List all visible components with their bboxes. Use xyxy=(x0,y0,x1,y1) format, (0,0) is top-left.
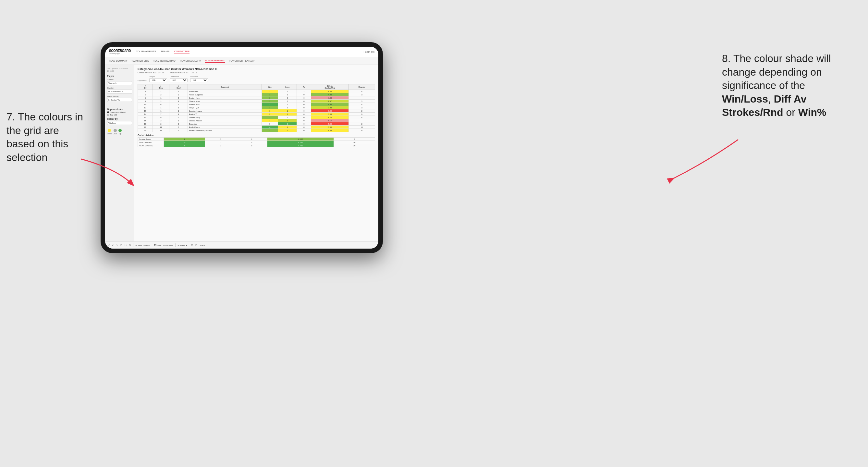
cell-win: 1 xyxy=(262,96,278,100)
table-row: 9 1 4 Sharon Mun 1 0 0 3.67 3 xyxy=(138,100,375,103)
cell-conf: 1 xyxy=(169,90,188,93)
cell-conf: 3 xyxy=(169,103,188,106)
subnav-team-summary[interactable]: TEAM SUMMARY xyxy=(109,59,127,63)
cell-loss: 3 xyxy=(278,122,297,126)
cell-reg: 1 xyxy=(153,96,169,100)
cell-div: 10 xyxy=(138,103,153,106)
cell-loss: 0 xyxy=(278,93,297,96)
cell-conf: 4 xyxy=(169,113,188,116)
cell-opponent: Esther Lee xyxy=(188,90,262,93)
opponents-played-option[interactable]: Opponents Played xyxy=(107,111,132,113)
undo-icon[interactable]: ↩ xyxy=(108,244,110,247)
top-100-option[interactable]: Top 100 xyxy=(107,114,132,116)
share-button[interactable]: Share xyxy=(199,244,205,246)
subnav-player-summary[interactable]: PLAYER SUMMARY xyxy=(180,59,201,63)
division-record: Division Record: 331 - 34 - 6 xyxy=(170,71,197,74)
cell-loss: 0 xyxy=(278,96,297,100)
region-label: Region xyxy=(149,75,167,77)
cell-opponent: Sydney Kuo xyxy=(188,96,262,100)
cell-rounds: 3 xyxy=(349,100,375,103)
subnav-player-h2h-heatmap[interactable]: PLAYER H2H HEATMAP xyxy=(229,59,254,63)
main-content: Last Updated: 27/03/2024 16:55:38 Player… xyxy=(105,65,378,242)
colour-by-dropdown[interactable]: Win/loss xyxy=(107,121,132,125)
cell-rounds: 11 xyxy=(349,126,375,129)
cell-conf: 3 xyxy=(169,96,188,100)
annotation-left: 7. The colours in the grid are based on … xyxy=(6,110,84,164)
sign-out-link[interactable]: | Sign out xyxy=(364,50,374,53)
out-label: NAIA Division 1 xyxy=(138,141,164,144)
cell-tie: 0 xyxy=(297,116,311,119)
out-table-row: Foreign Team 1 0 0 4.500 2 xyxy=(138,137,375,141)
clock-icon[interactable]: ⊙ xyxy=(129,244,131,247)
view-original-button[interactable]: 👁 View: Original xyxy=(135,244,150,246)
out-diff: 7.400 xyxy=(268,144,334,147)
col-opponent: Opponent xyxy=(188,84,262,90)
cell-loss: 0 xyxy=(278,90,297,93)
cell-reg: 1 xyxy=(153,100,169,103)
out-diff: 9.267 xyxy=(268,141,334,144)
top-100-radio[interactable] xyxy=(107,114,109,116)
table-row: 5 2 2 Alexis Sudjianto 1 0 0 4.00 3 xyxy=(138,93,375,96)
cell-loss: 0 xyxy=(278,103,297,106)
collapse-icon[interactable]: ⊟ xyxy=(195,244,197,247)
cell-rounds: 2 xyxy=(349,122,375,126)
subnav-team-h2h-grid[interactable]: TEAM H2H GRID xyxy=(131,59,149,63)
nav-items: TOURNAMENTS TEAMS COMMITTEE xyxy=(136,49,364,54)
cell-reg: 2 xyxy=(153,122,169,126)
cell-conf: 1 xyxy=(169,106,188,110)
cell-diff: 1.25 xyxy=(311,116,349,119)
watch-button[interactable]: 👁 Watch ▾ xyxy=(178,244,187,246)
cell-rounds: 4 xyxy=(349,90,375,93)
table-row: 14 7 4 Eunice Yi 2 2 0 0.38 9 xyxy=(138,113,375,116)
back-icon[interactable]: ↪ xyxy=(116,244,118,247)
out-win: 1 xyxy=(164,137,205,141)
opponent-filter: Opponent (All) xyxy=(190,75,208,82)
table-row: 6 1 3 Sydney Kuo 1 0 0 -1.00 xyxy=(138,96,375,100)
opponent-select[interactable]: (All) xyxy=(190,78,208,82)
col-loss: Loss xyxy=(278,84,297,90)
cell-diff: -1.00 xyxy=(311,96,349,100)
legend-level-dot xyxy=(114,129,117,132)
out-of-division-label: Out of division xyxy=(137,134,375,136)
conference-select[interactable]: (All) xyxy=(170,78,188,82)
cell-reg: 11 xyxy=(153,126,169,129)
nav-teams[interactable]: TEAMS xyxy=(161,49,170,54)
cut-icon[interactable]: ✂ xyxy=(125,244,127,247)
cell-win: 1 xyxy=(262,110,278,113)
grid-icon[interactable]: ⊡ xyxy=(120,244,123,247)
table-row: 10 6 3 Andrea York 2 0 0 4.00 4 xyxy=(138,103,375,106)
player-section-title: Player xyxy=(107,75,132,77)
toolbar-divider-2 xyxy=(152,243,152,247)
cell-win: 1 xyxy=(262,119,278,122)
nav-committee[interactable]: COMMITTEE xyxy=(174,49,189,54)
division-dropdown[interactable]: NCAA Division III xyxy=(107,90,132,93)
subnav-team-h2h-heatmap[interactable]: TEAM H2H HEATMAP xyxy=(153,59,176,63)
out-label: Foreign Team xyxy=(138,137,164,141)
gender-dropdown[interactable]: Women's xyxy=(107,81,132,85)
cell-conf: 6 xyxy=(169,126,188,129)
cell-reg: 1 xyxy=(153,90,169,93)
conference-label: Conference xyxy=(170,75,188,77)
redo-icon[interactable]: ↩ xyxy=(112,244,114,247)
cell-div: 6 xyxy=(138,96,153,100)
expand-icon[interactable]: ⊞ xyxy=(191,244,193,247)
cell-loss: 1 xyxy=(278,110,297,113)
cell-diff: 4.00 xyxy=(311,93,349,96)
cell-opponent: Stella Cheng xyxy=(188,116,262,119)
save-custom-view-button[interactable]: 💾 Save Custom View xyxy=(154,244,173,246)
cell-win: 1 xyxy=(262,93,278,96)
cell-diff: 3.67 xyxy=(311,100,349,103)
out-tie: 0 xyxy=(236,141,268,144)
out-rounds: 30 xyxy=(334,141,375,144)
opponents-played-radio[interactable] xyxy=(107,111,109,113)
cell-tie: 0 xyxy=(297,122,311,126)
bottom-toolbar: ↩ ↩ ↪ ⊡ ✂ ⊙ 👁 View: Original 💾 Save Cust… xyxy=(105,242,378,249)
region-select[interactable]: (All) xyxy=(149,78,167,82)
nav-tournaments[interactable]: TOURNAMENTS xyxy=(136,49,156,54)
out-loss: 0 xyxy=(205,137,236,141)
subnav-player-h2h-grid[interactable]: PLAYER H2H GRID xyxy=(205,59,225,63)
player-rank-dropdown[interactable]: 8. Katelyn Vo xyxy=(107,98,132,102)
out-rounds: 10 xyxy=(334,144,375,147)
cell-loss: 0 xyxy=(278,106,297,110)
out-tie: 0 xyxy=(236,137,268,141)
